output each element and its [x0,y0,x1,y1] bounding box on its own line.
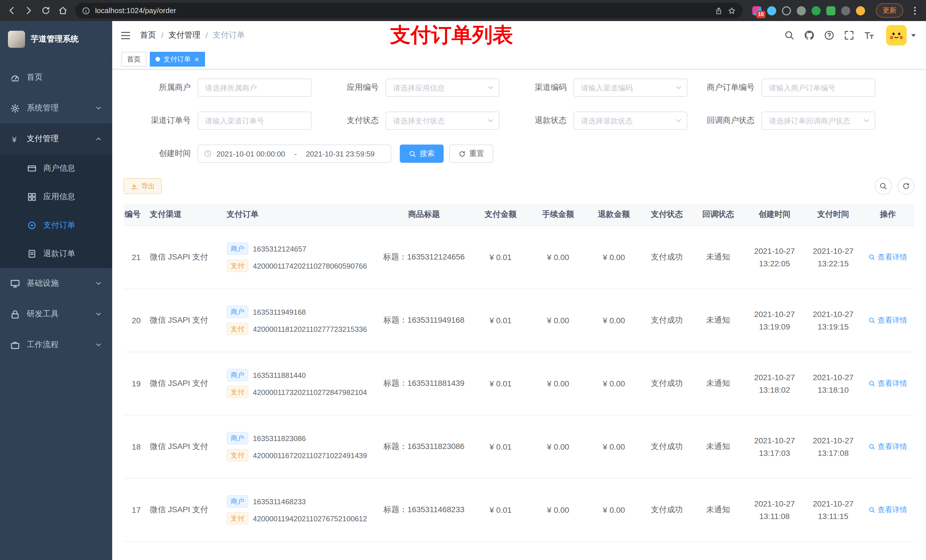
face-extension-icon[interactable] [856,6,865,15]
sidebar-item-label: 支付管理 [27,134,59,144]
view-detail-link[interactable]: 查看详情 [869,442,907,452]
filter-field-notify-status: 回调商户状态 [687,112,875,130]
search-icon[interactable] [784,30,794,41]
cell-notify [692,542,744,560]
sidebar-item-app-info[interactable]: 应用信息 [0,183,112,211]
browser-update-button[interactable]: 更新 [876,3,903,18]
search-icon [869,443,875,450]
home-icon[interactable] [58,6,68,15]
tab-pay-order[interactable]: 支付订单 [150,52,205,66]
export-button[interactable]: 导出 [124,178,162,194]
breadcrumb-payment[interactable]: 支付管理 [169,30,200,41]
breadcrumb-separator: / [161,31,163,40]
search-icon [869,254,875,261]
search-button[interactable]: 搜索 [400,145,443,163]
sidebar-item-workflow[interactable]: 工作流程 [0,329,112,360]
search-icon [869,507,875,513]
github-icon[interactable] [804,30,814,41]
channel-order-no-input[interactable] [198,112,312,130]
help-icon[interactable] [824,30,834,41]
cell-created: 2021-10-2713:18:02 [744,352,805,415]
breadcrumb: 首页 / 支付管理 / 支付订单 [140,30,245,41]
date-range-picker[interactable]: 2021-10-01 00:00:00 - 2021-10-31 23:59:5… [198,145,391,163]
sidebar-item-payment[interactable]: ¥ 支付管理 [0,124,112,154]
merchant-select-input[interactable] [198,78,312,97]
sidebar-item-label: 工作流程 [27,340,59,350]
dot-extension-icon[interactable] [797,6,806,15]
font-size-icon[interactable] [864,30,874,41]
share-icon[interactable] [715,6,723,15]
tab-home[interactable]: 首页 [121,52,146,66]
chat-extension-icon[interactable] [826,6,835,15]
cell-id: 21 [124,226,145,289]
app-no-select[interactable] [386,78,499,97]
cell-paid: 2021-10-2713:11:15 [805,478,862,542]
chevron-down-icon [95,341,102,348]
merchant-order-no-input[interactable] [761,78,875,97]
cell-fee: ¥ 0.00 [530,352,586,415]
pay-order-no: 4200001194202110276752100612 [253,514,367,523]
sidebar-item-pay-order[interactable]: 支付订单 [0,211,112,240]
tab-label: 支付订单 [163,54,191,64]
drop-extension-icon[interactable] [767,6,776,15]
sidebar-item-home[interactable]: 首页 [0,62,112,93]
reset-button[interactable]: 重置 [449,145,493,163]
fullscreen-icon[interactable] [844,30,854,41]
cell-amount: ¥ 0.01 [471,352,530,415]
site-info-icon[interactable] [82,6,90,15]
view-detail-link[interactable]: 查看详情 [869,252,907,263]
cell-paid: 2021-10-2713:18:10 [805,352,862,415]
bookmark-star-icon[interactable] [728,6,736,15]
date-range-end: 2021-10-31 23:59:59 [306,149,374,158]
cell-notify: 未通知 [692,478,744,542]
sidebar-item-infra[interactable]: 基础设施 [0,268,112,299]
view-detail-link[interactable]: 查看详情 [869,315,907,326]
filter-label: 回调商户状态 [707,116,761,126]
view-detail-link[interactable]: 查看详情 [869,505,907,515]
cell-refund [586,542,642,560]
table-header-cell: 商品标题 [377,204,471,226]
back-icon[interactable] [7,6,17,15]
ring-extension-icon[interactable] [782,6,791,15]
cell-refund: ¥ 0.00 [586,415,642,478]
refresh-icon[interactable] [41,6,51,15]
cell-paid: 2021-10-2713:17:08 [805,415,862,478]
orders-table: 编号 支付渠道 支付订单 商品标题 支付金额 手续金额 退款金额 支付状态 回调… [124,204,914,560]
refresh-table-button[interactable] [897,178,915,195]
cell-title: 标题：1635312124656 [377,226,471,289]
notify-status-select[interactable] [761,112,875,130]
cell-fee: ¥ 0.00 [530,415,586,478]
cell-channel: 微信 JSAPI 支付 [145,226,222,289]
pinwheel-extension-icon[interactable] [841,6,850,15]
sidebar-item-refund-order[interactable]: 退款订单 [0,240,112,268]
user-avatar[interactable] [886,25,906,45]
refresh-icon [902,182,910,190]
caret-down-icon [911,34,916,37]
browser-menu-icon[interactable] [911,5,919,16]
forward-icon[interactable] [24,6,33,15]
pay-status-select[interactable] [386,112,499,130]
sidebar-item-merchant-info[interactable]: 商户信息 [0,154,112,183]
breadcrumb-home[interactable]: 首页 [140,30,156,41]
cell-title: 标题：1635311468233 [377,478,471,542]
cell-paid: 2021-10-2713:19:15 [805,289,862,352]
filter-label: 创建时间 [159,148,198,159]
close-icon[interactable] [194,57,199,62]
hamburger-icon[interactable] [120,30,131,41]
sidebar-item-system[interactable]: 系统管理 [0,93,112,124]
user-menu[interactable] [886,25,916,45]
toggle-search-button[interactable] [875,178,892,195]
pay-badge: 支付 [227,512,248,525]
check-extension-icon[interactable] [811,6,821,15]
gear-icon [10,103,20,113]
browser-chrome: localhost:1024/pay/order 10 更新 [0,0,926,21]
merchant-order-no: 1635312124657 [253,245,306,253]
sidebar-item-dev-tools[interactable]: 研发工具 [0,299,112,329]
channel-code-select[interactable] [573,78,687,97]
sidebar-item-label: 商户信息 [43,163,75,174]
view-detail-link[interactable]: 查看详情 [869,379,907,389]
app-title: 芋道管理系统 [31,34,79,44]
refund-status-select[interactable] [573,112,687,130]
address-bar[interactable]: localhost:1024/pay/order [75,3,743,18]
extension-pin-icon[interactable]: 10 [752,6,761,15]
